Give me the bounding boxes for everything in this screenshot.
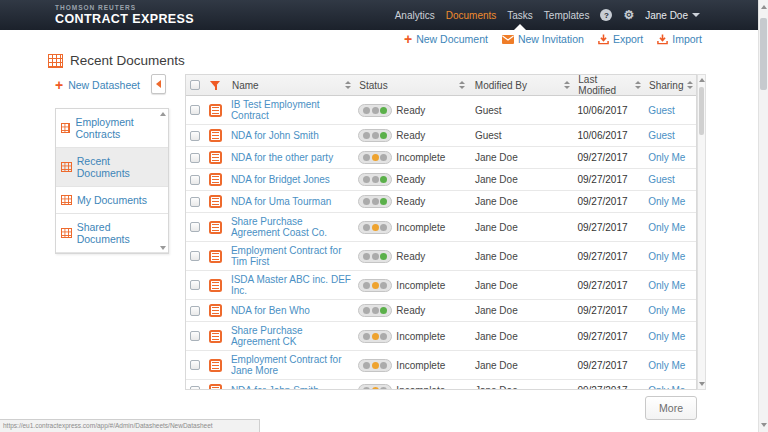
sort-icon[interactable] [683, 81, 693, 89]
row-checkbox[interactable] [190, 197, 200, 207]
filter-icon[interactable] [210, 80, 221, 91]
document-link[interactable]: Share Purchase Agreement CK [231, 325, 352, 347]
gear-icon[interactable]: ⚙ [623, 9, 634, 21]
last-modified: 10/06/2017 [577, 130, 627, 141]
help-icon[interactable]: ? [600, 9, 612, 21]
scrollbar-thumb[interactable] [699, 87, 704, 135]
table-row[interactable]: NDA for John Smith Incomplete Jane Doe 0… [186, 380, 696, 390]
sharing-link[interactable]: Only Me [648, 251, 685, 262]
scroll-down-icon[interactable] [761, 423, 767, 427]
table-row[interactable]: NDA for John Smith Ready Guest 10/06/201… [186, 125, 696, 147]
column-header-status[interactable]: Status [355, 80, 468, 91]
sidebar-item-employment-contracts[interactable]: Employment Contracts [56, 109, 168, 148]
table-row[interactable]: Share Purchase Agreement Coast Co. Incom… [186, 213, 696, 242]
page-scrollbar[interactable] [758, 0, 768, 432]
last-modified: 09/27/2017 [577, 385, 627, 390]
more-button[interactable]: More [645, 396, 697, 420]
table-row[interactable]: Share Purchase Agreement CK Incomplete J… [186, 322, 696, 351]
new-document-button[interactable]: + New Document [404, 33, 488, 45]
status-pill [358, 129, 392, 142]
export-button[interactable]: Export [598, 33, 643, 45]
table-scrollbar[interactable] [697, 74, 706, 390]
table-row[interactable]: IB Test Employment Contract Ready Guest … [186, 96, 696, 125]
sort-icon[interactable] [631, 81, 641, 89]
scroll-up-icon[interactable] [699, 78, 705, 82]
sharing-link[interactable]: Only Me [648, 360, 685, 371]
action-toolbar: + New Document New Invitation Export Imp… [404, 33, 702, 45]
row-checkbox[interactable] [190, 360, 200, 370]
select-all-checkbox[interactable] [190, 80, 200, 90]
sharing-link[interactable]: Only Me [648, 331, 685, 342]
document-link[interactable]: ISDA Master ABC inc. DEF Inc. [231, 274, 352, 296]
document-link[interactable]: NDA for Bridget Jones [231, 174, 330, 185]
row-checkbox[interactable] [190, 175, 200, 185]
row-checkbox[interactable] [190, 306, 200, 316]
sidebar-item-my-documents[interactable]: My Documents [56, 187, 168, 214]
sort-icon[interactable] [341, 81, 351, 89]
table-row[interactable]: Employment Contract for Tim First Ready … [186, 242, 696, 271]
row-checkbox[interactable] [190, 251, 200, 261]
page-title-row: Recent Documents [48, 53, 185, 68]
collapse-sidebar-button[interactable] [151, 74, 166, 94]
column-header-name[interactable]: Name [228, 80, 355, 91]
sort-icon[interactable] [560, 81, 570, 89]
document-link[interactable]: NDA for the other party [231, 152, 333, 163]
sharing-link[interactable]: Only Me [648, 152, 685, 163]
column-header-modified-by[interactable]: Modified By [469, 80, 575, 91]
sort-icon[interactable] [455, 81, 465, 89]
column-header-sharing[interactable]: Sharing [645, 80, 696, 91]
nav-analytics[interactable]: Analytics [395, 10, 435, 21]
document-link[interactable]: Employment Contract for Tim First [231, 245, 352, 267]
scrollbar-thumb[interactable] [760, 18, 767, 90]
row-checkbox[interactable] [190, 222, 200, 232]
sharing-link[interactable]: Guest [648, 174, 675, 185]
document-link[interactable]: Share Purchase Agreement Coast Co. [231, 216, 352, 238]
sharing-link[interactable]: Only Me [648, 305, 685, 316]
row-checkbox[interactable] [190, 386, 200, 391]
datasheet-grid-icon [61, 162, 72, 172]
table-row[interactable]: NDA for Bridget Jones Ready Jane Doe 09/… [186, 169, 696, 191]
download-icon [598, 34, 609, 45]
document-link[interactable]: Employment Contract for Jane More [231, 354, 352, 376]
document-icon [209, 104, 222, 117]
document-link[interactable]: NDA for John Smith [231, 130, 319, 141]
table-row[interactable]: Employment Contract for Jane More Incomp… [186, 351, 696, 380]
sharing-link[interactable]: Only Me [648, 222, 685, 233]
sharing-link[interactable]: Only Me [648, 280, 685, 291]
sharing-link[interactable]: Only Me [648, 196, 685, 207]
row-checkbox[interactable] [190, 280, 200, 290]
sharing-link[interactable]: Guest [648, 105, 675, 116]
new-datasheet-button[interactable]: + New Datasheet [55, 79, 140, 91]
column-header-last-modified[interactable]: Last Modified [574, 74, 645, 96]
scroll-up-icon[interactable] [160, 112, 166, 116]
scroll-down-icon[interactable] [699, 382, 705, 386]
row-checkbox[interactable] [190, 153, 200, 163]
scroll-up-icon[interactable] [761, 5, 767, 9]
new-invitation-button[interactable]: New Invitation [502, 33, 584, 45]
nav-tasks[interactable]: Tasks [507, 10, 533, 21]
user-menu[interactable]: Jane Doe [645, 10, 700, 21]
document-link[interactable]: NDA for John Smith [231, 385, 319, 390]
brand-product: CONTRACT EXPRESS [55, 12, 194, 26]
document-link[interactable]: IB Test Employment Contract [231, 99, 352, 121]
page-title: Recent Documents [70, 53, 185, 68]
sharing-link[interactable]: Only Me [648, 385, 685, 390]
nav-templates[interactable]: Templates [544, 10, 590, 21]
table-row[interactable]: NDA for the other party Incomplete Jane … [186, 147, 696, 169]
table-row[interactable]: ISDA Master ABC inc. DEF Inc. Incomplete… [186, 271, 696, 300]
scroll-down-icon[interactable] [160, 246, 166, 250]
document-icon [209, 304, 222, 317]
import-button[interactable]: Import [657, 33, 702, 45]
document-link[interactable]: NDA for Ben Who [231, 305, 310, 316]
sharing-link[interactable]: Guest [648, 130, 675, 141]
sidebar-item-shared-documents[interactable]: Shared Documents [56, 214, 168, 253]
sidebar-item-recent-documents[interactable]: Recent Documents [56, 148, 168, 187]
table-row[interactable]: NDA for Ben Who Ready Jane Doe 09/27/201… [186, 300, 696, 322]
nav-documents[interactable]: Documents [446, 10, 497, 21]
table-row[interactable]: NDA for Uma Tourman Ready Jane Doe 09/27… [186, 191, 696, 213]
status-pill [358, 384, 392, 390]
document-link[interactable]: NDA for Uma Tourman [231, 196, 331, 207]
row-checkbox[interactable] [190, 105, 200, 115]
row-checkbox[interactable] [190, 331, 200, 341]
row-checkbox[interactable] [190, 131, 200, 141]
